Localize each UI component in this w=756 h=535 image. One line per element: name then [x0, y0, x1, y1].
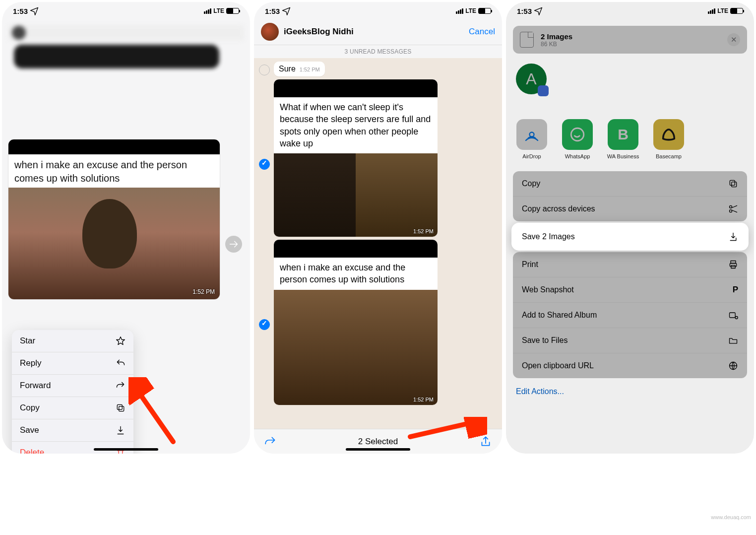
download-icon [728, 232, 738, 242]
location-icon [281, 6, 291, 16]
status-time: 1:53 [13, 7, 28, 15]
forward-icon [116, 381, 126, 391]
select-checkbox[interactable] [259, 159, 270, 170]
svg-rect-1 [117, 404, 122, 409]
battery-icon [226, 8, 239, 14]
svg-point-9 [730, 210, 732, 212]
action-print[interactable]: Print [513, 252, 747, 277]
status-bar: 1:53 LTE [2, 2, 250, 20]
close-icon[interactable]: ✕ [727, 33, 740, 46]
menu-save[interactable]: Save [12, 419, 133, 442]
action-save-images[interactable]: Save 2 Images [513, 224, 747, 249]
action-save-images-highlight: Save 2 Images [513, 224, 747, 249]
selection-count: 2 Selected [358, 437, 398, 447]
meme-caption: when i make an excuse and the person com… [274, 258, 438, 290]
svg-line-2 [133, 385, 173, 442]
p-icon: P [733, 285, 738, 295]
watermark: www.deuaq.com [711, 514, 751, 520]
meme-message-2[interactable]: when i make an excuse and the person com… [274, 240, 438, 405]
action-shared-album[interactable]: Add to Shared Album [513, 303, 747, 328]
app-wabusiness[interactable]: BWA Business [606, 119, 640, 159]
location-icon [533, 6, 543, 16]
meme-image [274, 290, 438, 405]
action-save-files[interactable]: Save to Files [513, 328, 747, 353]
star-icon [116, 336, 126, 346]
copy-icon [728, 179, 738, 189]
unread-banner: 3 UNREAD MESSAGES [254, 45, 502, 58]
meme-image: 1:52 PM [8, 188, 220, 299]
menu-copy[interactable]: Copy [12, 397, 133, 419]
status-bar: 1:53 LTE [506, 2, 754, 20]
select-checkbox[interactable] [259, 65, 270, 75]
network-label: LTE [213, 7, 224, 14]
menu-delete[interactable]: Delete [12, 442, 133, 454]
action-clipboard-url[interactable]: Open clipboard URL [513, 353, 747, 378]
forward-icon[interactable] [264, 435, 277, 448]
location-icon [29, 6, 39, 16]
file-icon [520, 32, 534, 48]
whatsapp-icon [569, 126, 586, 143]
signal-icon [204, 8, 211, 14]
status-bar: 1:53 LTE [254, 2, 502, 20]
reply-icon [116, 358, 126, 368]
menu-star[interactable]: Star [12, 330, 133, 352]
contact-name[interactable]: iGeeksBlog Nidhi [284, 27, 469, 37]
svg-rect-10 [731, 261, 736, 264]
folder-icon [728, 335, 738, 345]
contact-avatar[interactable]: A [516, 64, 547, 94]
app-row: AirDrop WhatsApp BWA Business Basecamp [515, 119, 747, 159]
edit-actions-link[interactable]: Edit Actions... [513, 381, 747, 402]
copy-icon [116, 403, 126, 413]
blurred-chat-header [2, 20, 250, 101]
album-icon [728, 310, 738, 320]
meme-image [274, 153, 438, 237]
menu-reply[interactable]: Reply [12, 352, 133, 375]
message-time: 1:52 PM [192, 288, 215, 295]
phone-3: 1:53 LTE 2 Images86 KB ✕ A AirDrop Whats… [506, 2, 754, 454]
context-menu: Star Reply Forward Copy Save Delete [12, 330, 133, 454]
home-indicator [94, 448, 158, 451]
meme-message[interactable]: when i make an excuse and the person com… [8, 139, 220, 300]
contact-avatar[interactable] [261, 23, 279, 41]
share-icon[interactable] [479, 435, 492, 448]
app-airdrop[interactable]: AirDrop [515, 119, 549, 159]
basecamp-icon [660, 126, 677, 143]
forward-bubble-icon[interactable] [225, 236, 242, 253]
menu-forward[interactable]: Forward [12, 375, 133, 397]
svg-point-5 [571, 128, 584, 141]
action-copy-across[interactable]: Copy across devices [513, 197, 747, 221]
chat-pane[interactable]: Sure1:52 PM What if when we can't sleep … [254, 58, 502, 429]
meme-message-1[interactable]: What if when we can't sleep it's because… [274, 79, 438, 237]
globe-icon [728, 361, 738, 371]
svg-rect-0 [119, 406, 124, 411]
svg-rect-13 [730, 313, 736, 318]
select-checkbox[interactable] [259, 319, 270, 330]
meme-caption: What if when we can't sleep it's because… [274, 97, 438, 153]
message-time: 1:52 PM [413, 228, 434, 234]
message-time: 1:52 PM [413, 397, 434, 402]
svg-point-8 [730, 205, 732, 208]
svg-point-14 [735, 317, 738, 319]
chat-header: iGeeksBlog Nidhi Cancel [254, 20, 502, 45]
phone-2: 1:53 LTE iGeeksBlog Nidhi Cancel 3 UNREA… [254, 2, 502, 454]
print-icon [728, 260, 738, 269]
app-whatsapp[interactable]: WhatsApp [561, 119, 594, 159]
app-basecamp[interactable]: Basecamp [652, 119, 686, 159]
share-title: 2 Images [541, 32, 572, 41]
scissors-icon [728, 204, 738, 214]
phone-1: 1:53 LTE when i make an excuse and the p… [2, 2, 250, 454]
text-message[interactable]: Sure1:52 PM [274, 62, 325, 76]
meme-caption: when i make an excuse and the person com… [8, 154, 220, 188]
svg-rect-7 [730, 180, 735, 185]
action-web-snapshot[interactable]: Web SnapshotP [513, 277, 747, 303]
svg-rect-6 [732, 182, 737, 187]
airdrop-icon [523, 126, 541, 143]
red-arrow [128, 377, 178, 447]
save-icon [116, 425, 126, 435]
share-subtitle: 86 KB [541, 41, 572, 48]
home-indicator [346, 448, 410, 451]
cancel-button[interactable]: Cancel [469, 27, 495, 37]
action-copy[interactable]: Copy [513, 171, 747, 197]
share-header: 2 Images86 KB ✕ [513, 26, 747, 54]
